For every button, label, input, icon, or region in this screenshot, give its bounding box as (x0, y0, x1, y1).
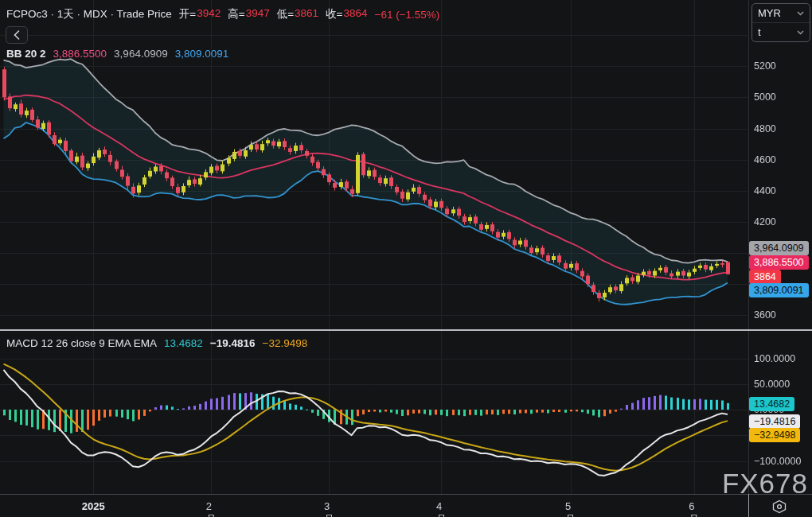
unit-select[interactable]: t (752, 22, 810, 41)
price-tick-label: 4200 (754, 216, 776, 227)
macd-tick-label: −100.0000 (754, 456, 801, 467)
macd-tick-label: 100.0000 (754, 353, 795, 364)
macd-badge: −32.9498 (749, 428, 800, 442)
time-tick-label: 6月 (689, 500, 699, 517)
time-tick-label: 2月 (206, 500, 217, 517)
macd-line-value: −19.4816 (210, 337, 256, 349)
ohlc-open: 开=3942 (179, 7, 221, 21)
trading-chart-app: FCPOc3 · 1天 · MDX · Trade Price 开=3942 高… (0, 0, 812, 517)
macd-badge: 13.4682 (749, 397, 794, 411)
bb-legend[interactable]: BB 20 2 3,886.5500 3,964.0909 3,809.0091 (6, 48, 228, 60)
chart-canvas[interactable] (0, 0, 812, 517)
price-tick-label: 3600 (754, 309, 776, 321)
bb-lower-value: 3,809.0091 (175, 48, 229, 60)
time-tick-label: 3月 (324, 500, 334, 517)
chevron-left-icon (14, 30, 20, 40)
symbol-title[interactable]: FCPOc3 · 1天 · MDX · Trade Price (6, 7, 172, 21)
pane-divider[interactable] (0, 329, 812, 331)
macd-title: MACD 12 26 close 9 EMA EMA (6, 337, 157, 349)
unit-value: t (758, 26, 761, 38)
price-tick-label: 4800 (754, 123, 776, 134)
chevron-down-icon (797, 11, 804, 16)
price-tick-label: 5000 (754, 91, 776, 103)
price-tick-label: 4600 (754, 154, 776, 165)
macd-badge: −19.4816 (749, 414, 800, 429)
bb-title: BB 20 2 (6, 48, 46, 60)
fx678-watermark: FX678 (722, 468, 808, 500)
price-badge: 3864 (749, 270, 781, 284)
currency-value: MYR (758, 7, 781, 19)
ohlc-low: 低=3861 (277, 7, 318, 21)
currency-select[interactable]: MYR (752, 4, 810, 22)
chevron-down-icon (797, 30, 804, 35)
macd-signal-value: −32.9498 (263, 337, 308, 349)
macd-hist-value: 13.4682 (164, 337, 203, 349)
price-change: −61 (−1.55%) (375, 9, 440, 21)
time-tick-label: 5月 (565, 500, 576, 517)
price-tick-label: 5200 (754, 60, 776, 72)
time-tick-label: 2025 (82, 500, 105, 512)
bb-upper-value: 3,964.0909 (114, 48, 168, 60)
time-axis-border (0, 494, 812, 495)
price-badge: 3,809.0091 (749, 283, 809, 297)
bb-basis-value: 3,886.5500 (53, 48, 107, 60)
ohlc-high: 高=3947 (228, 7, 269, 21)
time-tick-label: 4月 (436, 500, 447, 517)
price-badge: 3,964.0909 (749, 241, 809, 255)
macd-legend[interactable]: MACD 12 26 close 9 EMA EMA 13.4682 −19.4… (6, 337, 307, 349)
back-button[interactable] (6, 26, 28, 44)
price-badge: 3,886.5500 (749, 255, 809, 270)
axis-settings-group: MYR t (751, 3, 810, 42)
price-tick-label: 4400 (754, 185, 776, 196)
symbol-legend: FCPOc3 · 1天 · MDX · Trade Price 开=3942 高… (6, 7, 439, 21)
hexagon-logo-icon (771, 500, 788, 514)
macd-tick-label: 50.0000 (754, 379, 790, 390)
ohlc-close: 收=3864 (326, 7, 367, 21)
